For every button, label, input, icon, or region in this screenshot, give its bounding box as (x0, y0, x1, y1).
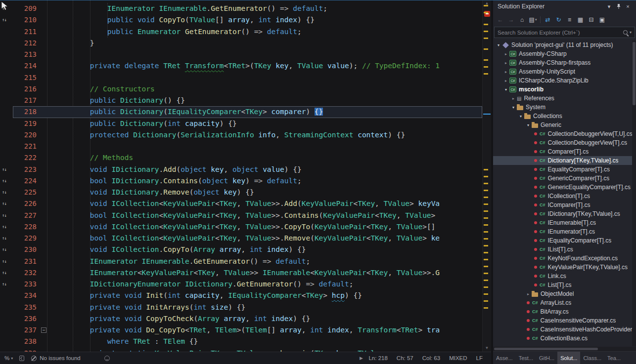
code-line-230[interactable]: ↑↓230 void ICollection.CopyTo(Array arra… (0, 244, 482, 255)
tree-item[interactable]: C#BitArray.cs (493, 307, 636, 316)
override-indicator-icon[interactable]: ↑↓ (0, 187, 13, 198)
refresh-button[interactable]: ↻ (553, 14, 564, 25)
tree-item[interactable]: ▸ObjectModel (493, 289, 636, 298)
tool-window-tab-solut[interactable]: Solut... (557, 352, 580, 364)
tree-item[interactable]: C#IList[T].cs (493, 245, 636, 254)
expanded-arrow-icon[interactable]: ▾ (502, 87, 509, 92)
tree-item[interactable]: ▸▤References (493, 94, 636, 103)
code-line-223[interactable]: ↑↓223 void IDictionary.Add(object key, o… (0, 164, 482, 175)
override-indicator-icon[interactable]: ↑↓ (0, 198, 13, 209)
tree-item[interactable]: C#ICollection[T].cs (493, 192, 636, 201)
override-indicator-icon[interactable]: ↑↓ (0, 267, 13, 279)
override-indicator-icon[interactable]: ↑↓ (0, 233, 13, 244)
tree-item[interactable]: C#IEnumerator[T].cs (493, 227, 636, 236)
tree-item[interactable]: ▾C#mscorlib (493, 85, 636, 94)
tree-item[interactable]: C#Link.cs (493, 272, 636, 281)
code-line-224[interactable]: ↑↓224 bool IDictionary.Contains(object k… (0, 175, 482, 187)
tree-item[interactable]: C#CaseInsensitiveComparer.cs (493, 316, 636, 325)
tree-item[interactable]: C#CaseInsensitiveHashCodeProvider.cs (493, 325, 636, 334)
code-line-226[interactable]: ↑↓226 void ICollection<KeyValuePair<TKey… (0, 198, 482, 209)
override-indicator-icon[interactable]: ↑↓ (0, 14, 13, 26)
search-icon[interactable] (623, 30, 628, 35)
tree-item[interactable]: ▾System (493, 103, 636, 112)
line-indicator[interactable]: Ln: 218 (364, 355, 392, 361)
code-line-216[interactable]: 216 // Constructors (0, 83, 482, 95)
code-line-233[interactable]: ↑↓233 IDictionaryEnumerator IDictionary.… (0, 279, 482, 290)
code-line-234[interactable]: 234 private void Init(int capacity, IEqu… (0, 290, 482, 301)
tree-item[interactable]: C#Comparer[T].cs (493, 147, 636, 156)
expanded-arrow-icon[interactable]: ▾ (525, 123, 532, 127)
tree-item[interactable]: C#IComparer[T].cs (493, 201, 636, 209)
properties-button[interactable]: ▣ (597, 14, 607, 25)
collapsed-arrow-icon[interactable]: ▸ (525, 292, 532, 296)
code-line-210[interactable]: ↑↓210 public void CopyTo(TValue[] array,… (0, 14, 482, 26)
tree-item[interactable]: ▸C#ICSharpCode.SharpZipLib (493, 76, 636, 85)
explorer-horizontal-scrollbar[interactable] (493, 347, 636, 351)
zoom-control[interactable]: % ▾ (0, 355, 16, 361)
tree-item[interactable]: C#ArrayList.cs (493, 298, 636, 307)
override-indicator-icon[interactable]: ↑↓ (0, 244, 13, 255)
tree-item[interactable]: ▾Generic (493, 121, 636, 129)
collapse-all-button[interactable]: ⊟ (586, 14, 596, 25)
close-icon[interactable]: × (623, 2, 633, 11)
code-line-219[interactable]: 219 public Dictionary(int capacity) {} (0, 118, 482, 129)
tree-item[interactable]: ▸C#Assembly-CSharp-firstpass (493, 58, 636, 67)
code-line-215[interactable]: 215 (0, 72, 482, 83)
home-button[interactable]: ⌂ (517, 14, 527, 25)
code-line-225[interactable]: ↑↓225 void IDictionary.Remove(object key… (0, 187, 482, 198)
code-line-212[interactable]: 212 } (0, 38, 482, 49)
show-all-files-button[interactable]: ▦ (575, 14, 586, 25)
search-box[interactable]: ▾ (494, 27, 635, 38)
code-line-218[interactable]: 218 public Dictionary(IEqualityComparer<… (0, 106, 482, 118)
sync-with-active-document-button[interactable]: ⇄ (543, 14, 553, 25)
expanded-arrow-icon[interactable]: ▾ (495, 43, 502, 47)
tree-item[interactable]: C#KeyNotFoundException.cs (493, 254, 636, 263)
tree-item[interactable]: C#CollectionBase.cs (493, 334, 636, 343)
tree-item[interactable]: ▸C#Assembly-UnityScript (493, 67, 636, 76)
tree-item[interactable]: C#CollectionDebuggerView[T].cs (493, 138, 636, 147)
column-indicator[interactable]: Col: 63 (418, 355, 445, 361)
code-line-222[interactable]: 222 // Methods (0, 152, 482, 163)
scrollbar-down-arrow-icon[interactable]: ▼ (483, 346, 491, 351)
code-line-209[interactable]: ↑↓209 IEnumerator IEnumerable.GetEnumera… (0, 3, 482, 14)
override-indicator-icon[interactable]: ↑↓ (0, 175, 13, 187)
tool-window-tab-class[interactable]: Class... (580, 352, 604, 364)
code-line-237[interactable]: 237− private void Do_CopyTo<TRet, TElem>… (0, 324, 482, 336)
collapsed-arrow-icon[interactable]: ▸ (502, 61, 509, 65)
override-indicator-icon[interactable]: ↑↓ (0, 164, 13, 175)
expanded-arrow-icon[interactable]: ▾ (517, 114, 524, 119)
override-indicator-icon[interactable]: ↑↓ (0, 279, 13, 290)
code-line-231[interactable]: ↑↓231 IEnumerator IEnumerable.GetEnumera… (0, 256, 482, 267)
code-line-221[interactable]: 221 (0, 141, 482, 152)
h-scrollbar-right-arrow-icon[interactable]: ▶ (360, 352, 363, 364)
code-line-238[interactable]: 238 where TRet : TElem {} (0, 336, 482, 347)
tree-item[interactable]: C#KeyValuePair[TKey,TValue].cs (493, 263, 636, 272)
code-line-227[interactable]: ↑↓227 bool ICollection<KeyValuePair<TKey… (0, 210, 482, 221)
editor-vertical-scrollbar[interactable]: ▲ ▼ (482, 0, 491, 352)
code-line-236[interactable]: 236 private void CopyToCheck(Array array… (0, 313, 482, 324)
code-area[interactable]: ↑↓209 IEnumerator IEnumerable.GetEnumera… (0, 0, 482, 352)
code-line-217[interactable]: 217 public Dictionary() {} (0, 95, 482, 106)
code-line-214[interactable]: 214 private delegate TRet Transform<TRet… (0, 60, 482, 72)
solution-explorer-header[interactable]: Solution Explorer ▾ × (493, 0, 636, 13)
tree-item[interactable]: C#IDictionary[TKey,TValue].cs (493, 209, 636, 218)
window-position-icon[interactable]: ▾ (604, 2, 614, 11)
code-line-229[interactable]: ↑↓229 bool ICollection<KeyValuePair<TKey… (0, 233, 482, 244)
issues-indicator[interactable]: No issues found (28, 355, 83, 361)
tree-item[interactable]: C#EqualityComparer[T].cs (493, 165, 636, 174)
nest-objects-button[interactable]: ≡ (564, 14, 575, 25)
tool-window-tab-gith[interactable]: GitH... (536, 352, 557, 364)
code-line-239[interactable]: 239 private static KeyValuePair<TKey, TV… (0, 348, 482, 352)
pin-icon[interactable] (614, 2, 623, 11)
tree-item[interactable]: ▸C#Assembly-CSharp (493, 49, 636, 58)
character-indicator[interactable]: Ch: 57 (392, 355, 418, 361)
code-line-232[interactable]: ↑↓232 IEnumerator<KeyValuePair<TKey, TVa… (0, 267, 482, 279)
pencil-edit-icon[interactable] (19, 356, 24, 361)
tree-item[interactable]: C#Dictionary[TKey,TValue].cs (493, 156, 636, 165)
code-line-228[interactable]: ↑↓228 void ICollection<KeyValuePair<TKey… (0, 221, 482, 233)
search-input[interactable] (495, 30, 622, 36)
fold-collapse-button[interactable]: − (41, 327, 46, 333)
collapsed-arrow-icon[interactable]: ▸ (502, 70, 509, 74)
forward-button[interactable]: → (506, 14, 516, 25)
code-line-220[interactable]: 220 protected Dictionary(SerializationIn… (0, 129, 482, 141)
